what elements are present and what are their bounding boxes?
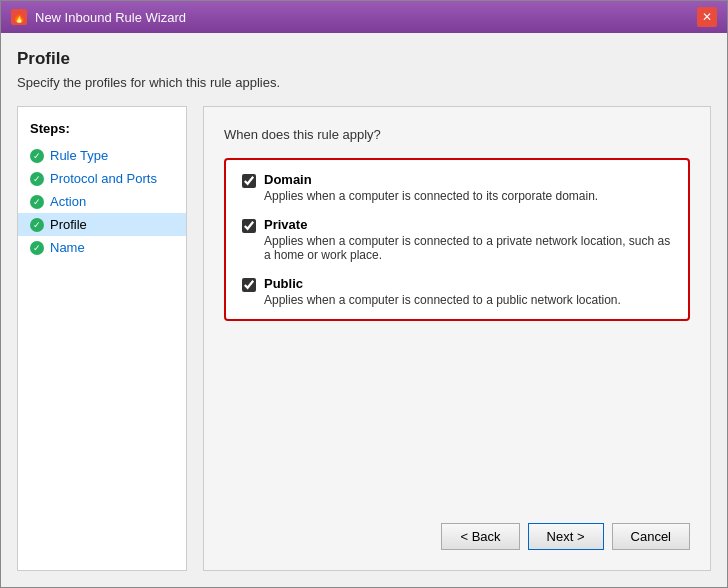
- private-checkbox[interactable]: [242, 219, 256, 233]
- private-text: Private Applies when a computer is conne…: [264, 217, 672, 262]
- sidebar-label-profile: Profile: [50, 217, 87, 232]
- sidebar-link-name[interactable]: Name: [50, 240, 85, 255]
- completed-icon-profile: [30, 218, 44, 232]
- profile-option-public: Public Applies when a computer is connec…: [242, 276, 672, 307]
- sidebar: Steps: Rule Type Protocol and Ports Acti…: [17, 106, 187, 571]
- public-desc: Applies when a computer is connected to …: [264, 293, 621, 307]
- main-panel: When does this rule apply? Domain Applie…: [203, 106, 711, 571]
- completed-icon-action: [30, 195, 44, 209]
- content-area: Steps: Rule Type Protocol and Ports Acti…: [17, 106, 711, 571]
- back-button[interactable]: < Back: [441, 523, 519, 550]
- next-button[interactable]: Next >: [528, 523, 604, 550]
- title-bar-left: 🔥 New Inbound Rule Wizard: [11, 9, 186, 25]
- sidebar-item-profile[interactable]: Profile: [18, 213, 186, 236]
- public-checkbox[interactable]: [242, 278, 256, 292]
- profiles-box: Domain Applies when a computer is connec…: [224, 158, 690, 321]
- page-title: Profile: [17, 49, 711, 69]
- profile-option-domain: Domain Applies when a computer is connec…: [242, 172, 672, 203]
- sidebar-link-rule-type[interactable]: Rule Type: [50, 148, 108, 163]
- app-icon: 🔥: [11, 9, 27, 25]
- domain-desc: Applies when a computer is connected to …: [264, 189, 598, 203]
- question-label: When does this rule apply?: [224, 127, 690, 142]
- completed-icon-name: [30, 241, 44, 255]
- completed-icon-rule-type: [30, 149, 44, 163]
- cancel-button[interactable]: Cancel: [612, 523, 690, 550]
- window-body: Profile Specify the profiles for which t…: [1, 33, 727, 587]
- steps-label: Steps:: [18, 117, 186, 144]
- sidebar-item-name[interactable]: Name: [18, 236, 186, 259]
- sidebar-item-action[interactable]: Action: [18, 190, 186, 213]
- sidebar-item-rule-type[interactable]: Rule Type: [18, 144, 186, 167]
- domain-checkbox[interactable]: [242, 174, 256, 188]
- window: 🔥 New Inbound Rule Wizard ✕ Profile Spec…: [0, 0, 728, 588]
- page-subtitle: Specify the profiles for which this rule…: [17, 75, 711, 90]
- title-bar: 🔥 New Inbound Rule Wizard ✕: [1, 1, 727, 33]
- sidebar-link-protocol-ports[interactable]: Protocol and Ports: [50, 171, 157, 186]
- window-title: New Inbound Rule Wizard: [35, 10, 186, 25]
- profile-option-private: Private Applies when a computer is conne…: [242, 217, 672, 262]
- footer: < Back Next > Cancel: [224, 507, 690, 550]
- private-title: Private: [264, 217, 672, 232]
- private-desc: Applies when a computer is connected to …: [264, 234, 672, 262]
- sidebar-link-action[interactable]: Action: [50, 194, 86, 209]
- domain-text: Domain Applies when a computer is connec…: [264, 172, 598, 203]
- public-text: Public Applies when a computer is connec…: [264, 276, 621, 307]
- sidebar-item-protocol-ports[interactable]: Protocol and Ports: [18, 167, 186, 190]
- close-button[interactable]: ✕: [697, 7, 717, 27]
- domain-title: Domain: [264, 172, 598, 187]
- public-title: Public: [264, 276, 621, 291]
- completed-icon-protocol-ports: [30, 172, 44, 186]
